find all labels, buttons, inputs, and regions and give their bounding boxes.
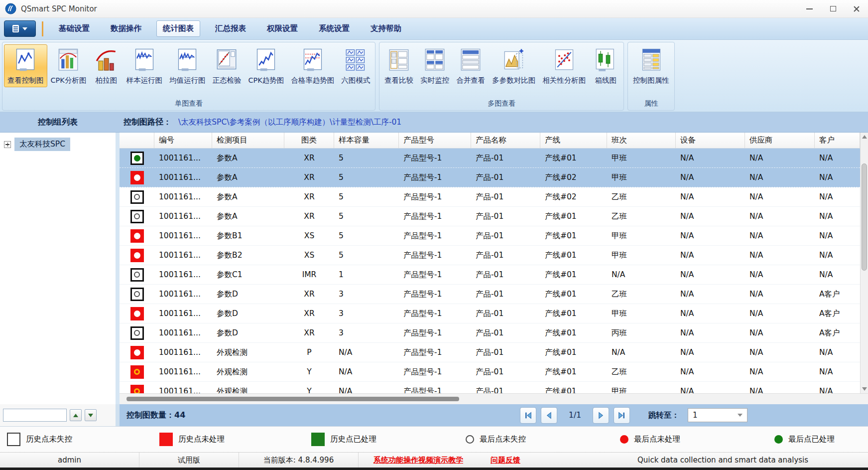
menu-tab-4[interactable]: 汇总报表	[209, 21, 252, 36]
menu-tab-1[interactable]: 基础设置	[53, 21, 96, 36]
ribbon-button-mean-run[interactable]: 均值运行图	[166, 44, 209, 87]
cell-样本容量: 3	[334, 328, 399, 337]
chart-path-value[interactable]: \太友科技SPC\参考案例（以工序顺序构建）\计量型检测\工序-01	[178, 117, 401, 128]
app-menu-button[interactable]	[4, 20, 36, 37]
menu-tab-3[interactable]: 统计图表	[156, 20, 200, 37]
ribbon-button-pass-rate-trend[interactable]: 合格率趋势图	[287, 44, 338, 87]
cell-样本容量: 3	[334, 309, 399, 318]
tree-expander-icon[interactable]	[4, 141, 11, 148]
table-header-3[interactable]: 图类	[284, 133, 334, 148]
table-header-7[interactable]: 产线	[540, 133, 607, 148]
cpk-analysis-icon	[55, 48, 81, 73]
ribbon-button-cpk-trend[interactable]: CPK趋势图	[245, 44, 287, 87]
ribbon-button-sample-run[interactable]: 样本运行图	[123, 44, 166, 87]
cell-图类: XR	[284, 290, 334, 299]
cell-班次: 乙班	[607, 289, 676, 300]
ribbon-button-view-control-chart[interactable]: 查看控制图	[4, 44, 47, 87]
control-chart-table: 编号检测项目图类样本容量产品型号产品名称产线班次设备供应商客户 1001161.…	[120, 133, 860, 393]
cell-客户: N/A	[815, 367, 860, 376]
ribbon-button-control-chart-properties[interactable]: 控制图属性	[629, 44, 673, 87]
tree-up-button[interactable]	[70, 409, 82, 421]
menu-tab-2[interactable]: 数据操作	[105, 21, 147, 36]
table-row-7[interactable]: 1001161...参数C1IMR1产品型号-1产品-01产线#01N/AN/A…	[120, 265, 860, 285]
cell-图类: IMR	[284, 270, 334, 279]
merge-view-icon	[458, 48, 484, 73]
vertical-scrollbar-thumb[interactable]	[862, 163, 867, 271]
ribbon-button-box-plot[interactable]: 箱线图	[589, 44, 622, 87]
table-header-5[interactable]: 产品型号	[399, 133, 471, 148]
minimize-button[interactable]	[798, 0, 821, 17]
table-header-9[interactable]: 设备	[676, 133, 745, 148]
table-row-11[interactable]: 1001161...外观检测PN/A产品型号-1产品-01产线#01N/AN/A…	[120, 343, 860, 362]
row-status-cell	[120, 190, 154, 204]
table-header-8[interactable]: 班次	[607, 133, 676, 148]
table-row-1[interactable]: 1001161...参数AXR5产品型号-1产品-01产线#01甲班N/AN/A…	[120, 149, 860, 168]
table-row-10[interactable]: 1001161...参数DXR3产品型号-1产品-01产线#01丙班N/AN/A…	[120, 323, 860, 343]
horizontal-scrollbar[interactable]	[120, 393, 868, 404]
first-page-button[interactable]	[520, 407, 536, 424]
table-row-13[interactable]: 1001161...外观检测YN/A产品型号-1产品-01产线#01甲班N/AN…	[120, 382, 860, 393]
table-row-5[interactable]: 1001161...参数B1XS5产品型号-1产品-01产线#01甲班N/AN/…	[120, 226, 860, 246]
cell-产品名称: 产品-01	[471, 347, 540, 358]
ribbon-button-cpk-analysis[interactable]: CPK分析图	[47, 44, 90, 87]
table-row-8[interactable]: 1001161...参数DXR3产品型号-1产品-01产线#01乙班N/AN/A…	[120, 285, 860, 304]
table-header-2[interactable]: 检测项目	[212, 133, 284, 148]
tree-item-spc-root[interactable]: 太友科技SPC	[0, 133, 120, 156]
correlation-analysis-icon	[551, 48, 577, 73]
table-header-11[interactable]: 客户	[815, 133, 860, 148]
ribbon-button-correlation-analysis[interactable]: 相关性分析图	[539, 44, 589, 87]
vertical-scrollbar[interactable]	[860, 133, 868, 393]
cell-产线: 产线#01	[540, 328, 607, 338]
horizontal-scrollbar-thumb[interactable]	[126, 397, 459, 401]
ribbon-button-realtime-monitor[interactable]: 实时监控	[417, 44, 453, 87]
feedback-link[interactable]: 问题反馈	[491, 456, 520, 465]
cell-检测项目: 外观检测	[212, 347, 284, 358]
tree-item-label[interactable]: 太友科技SPC	[14, 138, 70, 151]
table-row-3[interactable]: 1001161...参数AXR5产品型号-1产品-01产线#02乙班N/AN/A…	[120, 187, 860, 207]
table-row-6[interactable]: 1001161...参数B2XS5产品型号-1产品-01产线#01甲班N/AN/…	[120, 246, 860, 265]
table-row-4[interactable]: 1001161...参数AXR5产品型号-1产品-01产线#01乙班N/AN/A…	[120, 207, 860, 226]
tree-down-button[interactable]	[85, 409, 97, 421]
scroll-down-icon[interactable]	[862, 387, 867, 391]
menu-tab-5[interactable]: 权限设置	[261, 21, 304, 36]
cell-产线: 产线#02	[540, 192, 607, 202]
next-page-button[interactable]	[593, 407, 609, 424]
ribbon-button-multi-param-compare[interactable]: 多参数对比图	[489, 44, 539, 87]
menu-tab-6[interactable]: 系统设置	[313, 21, 356, 36]
jump-to-select[interactable]: 1	[688, 408, 747, 422]
table-header-10[interactable]: 供应商	[745, 133, 815, 148]
ribbon-button-view-compare[interactable]: 查看比较	[381, 44, 417, 87]
ribbon-button-normality-test[interactable]: 正态检验	[209, 44, 245, 87]
row-status-cell	[120, 229, 154, 243]
cell-班次: 甲班	[607, 231, 676, 241]
cell-产品型号: 产品型号-1	[399, 172, 471, 183]
prev-page-button[interactable]	[541, 407, 557, 424]
table-header-6[interactable]: 产品名称	[471, 133, 540, 148]
ribbon-button-merge-view[interactable]: 合并查看	[453, 44, 489, 87]
table-row-2[interactable]: 1001161...参数AXR5产品型号-1产品-01产线#02甲班N/AN/A…	[120, 168, 860, 187]
ribbon-button-six-chart-mode[interactable]: 六图模式	[338, 44, 373, 87]
chart-path-label: 控制图路径：	[124, 117, 171, 128]
cell-客户: N/A	[815, 154, 860, 162]
video-tutorial-link[interactable]: 系统功能操作视频演示教学	[373, 456, 463, 465]
cell-供应商: N/A	[745, 173, 815, 182]
cell-样本容量: 1	[334, 270, 399, 279]
ribbon-button-label: CPK趋势图	[248, 76, 284, 85]
row-status-cell	[120, 385, 154, 394]
close-button[interactable]	[845, 0, 868, 17]
table-header-1[interactable]: 编号	[154, 133, 212, 148]
sample-run-icon	[131, 48, 157, 73]
ribbon-button-pareto[interactable]: 柏拉图	[90, 44, 123, 87]
row-status-cell	[120, 171, 154, 184]
table-header-4[interactable]: 样本容量	[334, 133, 399, 148]
table-row-9[interactable]: 1001161...参数DXR3产品型号-1产品-01产线#01甲班N/AN/A…	[120, 304, 860, 323]
menu-tab-7[interactable]: 支持帮助	[365, 21, 407, 36]
maximize-button[interactable]	[821, 0, 845, 17]
cell-客户: N/A	[815, 231, 860, 240]
scroll-up-icon[interactable]	[862, 135, 867, 139]
row-status-cell	[120, 210, 154, 223]
cell-供应商: N/A	[745, 251, 815, 260]
table-row-12[interactable]: 1001161...外观检测YN/A产品型号-1产品-01产线#01乙班N/AN…	[120, 362, 860, 382]
tree-filter-input[interactable]	[3, 409, 67, 422]
last-page-button[interactable]	[614, 407, 630, 424]
